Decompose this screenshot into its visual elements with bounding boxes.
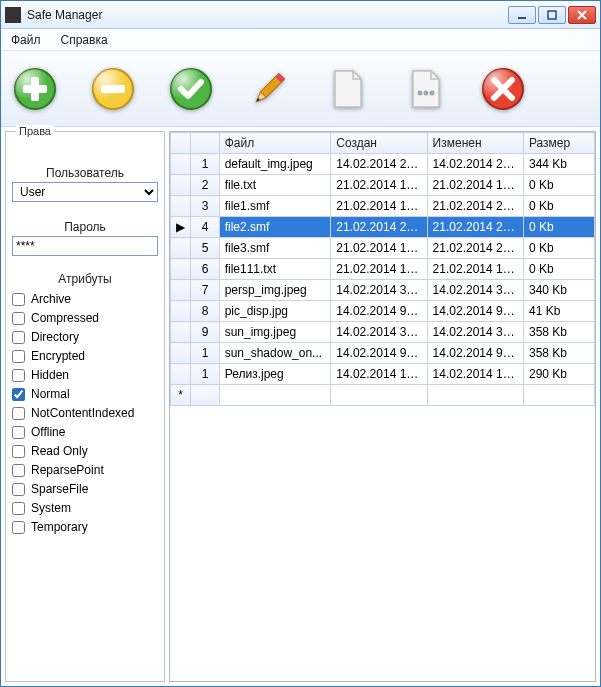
grid-header-modified[interactable]: Изменен [427, 133, 523, 154]
attr-checkbox[interactable] [12, 369, 25, 382]
cell-file[interactable]: file.txt [219, 175, 331, 196]
attr-directory[interactable]: Directory [12, 330, 158, 344]
attr-checkbox[interactable] [12, 502, 25, 515]
new-row[interactable]: * [171, 385, 595, 406]
attr-checkbox[interactable] [12, 331, 25, 344]
cell-empty[interactable] [331, 385, 427, 406]
cell-file[interactable]: sun_img.jpeg [219, 322, 331, 343]
user-select[interactable]: User [12, 182, 158, 202]
file-grid[interactable]: Файл Создан Изменен Размер 1default_img.… [169, 131, 596, 682]
menu-help[interactable]: Справка [57, 31, 112, 49]
table-row[interactable]: 9sun_img.jpeg14.02.2014 3:21:...14.02.20… [171, 322, 595, 343]
attr-checkbox[interactable] [12, 388, 25, 401]
attr-offline[interactable]: Offline [12, 425, 158, 439]
attr-checkbox[interactable] [12, 464, 25, 477]
password-input[interactable] [12, 236, 158, 256]
grid-header-created[interactable]: Создан [331, 133, 427, 154]
cell-size[interactable]: 41 Kb [523, 301, 594, 322]
cell-created[interactable]: 14.02.2014 9:43:... [331, 343, 427, 364]
cell-modified[interactable]: 21.02.2014 21:4... [427, 196, 523, 217]
cell-file[interactable]: pic_disp.jpg [219, 301, 331, 322]
cell-modified[interactable]: 14.02.2014 3:10:... [427, 280, 523, 301]
attr-normal[interactable]: Normal [12, 387, 158, 401]
cell-file[interactable]: default_img.jpeg [219, 154, 331, 175]
confirm-button[interactable] [165, 63, 217, 115]
table-row[interactable]: 1Релиз.jpeg14.02.2014 12:5...14.02.2014 … [171, 364, 595, 385]
cell-size[interactable]: 358 Kb [523, 322, 594, 343]
table-row[interactable]: 2file.txt21.02.2014 17:2...21.02.2014 17… [171, 175, 595, 196]
cell-modified[interactable]: 14.02.2014 9:29:... [427, 301, 523, 322]
attr-encrypted[interactable]: Encrypted [12, 349, 158, 363]
grid-header-size[interactable]: Размер [523, 133, 594, 154]
table-row[interactable]: 1default_img.jpeg14.02.2014 2:54:...14.0… [171, 154, 595, 175]
cell-modified[interactable]: 14.02.2014 9:43:... [427, 343, 523, 364]
cell-file[interactable]: persp_img.jpeg [219, 280, 331, 301]
cell-created[interactable]: 14.02.2014 9:30:... [331, 301, 427, 322]
table-row[interactable]: 6file111.txt21.02.2014 17:2...21.02.2014… [171, 259, 595, 280]
cell-file[interactable]: file3.smf [219, 238, 331, 259]
cancel-button[interactable] [477, 63, 529, 115]
menu-file[interactable]: Файл [7, 31, 45, 49]
add-button[interactable] [9, 63, 61, 115]
table-row[interactable]: 5file3.smf21.02.2014 17:5...21.02.2014 2… [171, 238, 595, 259]
attr-checkbox[interactable] [12, 521, 25, 534]
table-row[interactable]: 8pic_disp.jpg14.02.2014 9:30:...14.02.20… [171, 301, 595, 322]
cell-created[interactable]: 14.02.2014 12:5... [331, 364, 427, 385]
attr-checkbox[interactable] [12, 426, 25, 439]
cell-size[interactable]: 0 Kb [523, 238, 594, 259]
cell-modified[interactable]: 14.02.2014 3:21:... [427, 322, 523, 343]
cell-file[interactable]: file2.smf [219, 217, 331, 238]
cell-created[interactable]: 14.02.2014 3:10:... [331, 280, 427, 301]
remove-button[interactable] [87, 63, 139, 115]
cell-created[interactable]: 21.02.2014 17:5... [331, 238, 427, 259]
cell-empty[interactable] [219, 385, 331, 406]
grid-header-indicator[interactable] [171, 133, 191, 154]
new-file-button[interactable] [321, 63, 373, 115]
cell-created[interactable]: 21.02.2014 17:2... [331, 196, 427, 217]
attr-system[interactable]: System [12, 501, 158, 515]
attr-sparsefile[interactable]: SparseFile [12, 482, 158, 496]
cell-size[interactable]: 0 Kb [523, 259, 594, 280]
attr-temporary[interactable]: Temporary [12, 520, 158, 534]
cell-modified[interactable]: 21.02.2014 17:2... [427, 175, 523, 196]
cell-file[interactable]: file1.smf [219, 196, 331, 217]
table-row[interactable]: ▶4file2.smf21.02.2014 22:5...21.02.2014 … [171, 217, 595, 238]
cell-modified[interactable]: 21.02.2014 17:2... [427, 259, 523, 280]
attr-notcontentindexed[interactable]: NotContentIndexed [12, 406, 158, 420]
cell-empty[interactable] [523, 385, 594, 406]
cell-created[interactable]: 21.02.2014 17:2... [331, 175, 427, 196]
maximize-button[interactable] [538, 6, 566, 24]
cell-modified[interactable]: 14.02.2014 2:54:... [427, 154, 523, 175]
cell-created[interactable]: 14.02.2014 2:54:... [331, 154, 427, 175]
cell-created[interactable]: 21.02.2014 17:2... [331, 259, 427, 280]
attr-checkbox[interactable] [12, 407, 25, 420]
file-options-button[interactable] [399, 63, 451, 115]
cell-modified[interactable]: 21.02.2014 22:5... [427, 217, 523, 238]
attr-read only[interactable]: Read Only [12, 444, 158, 458]
table-row[interactable]: 3file1.smf21.02.2014 17:2...21.02.2014 2… [171, 196, 595, 217]
cell-size[interactable]: 0 Kb [523, 175, 594, 196]
attr-checkbox[interactable] [12, 483, 25, 496]
cell-empty[interactable] [427, 385, 523, 406]
attr-checkbox[interactable] [12, 350, 25, 363]
table-row[interactable]: 7persp_img.jpeg14.02.2014 3:10:...14.02.… [171, 280, 595, 301]
cell-created[interactable]: 21.02.2014 22:5... [331, 217, 427, 238]
cell-size[interactable]: 0 Kb [523, 217, 594, 238]
cell-size[interactable]: 344 Kb [523, 154, 594, 175]
attr-reparsepoint[interactable]: ReparsePoint [12, 463, 158, 477]
cell-modified[interactable]: 21.02.2014 23:0... [427, 238, 523, 259]
grid-header-file[interactable]: Файл [219, 133, 331, 154]
cell-file[interactable]: Релиз.jpeg [219, 364, 331, 385]
minimize-button[interactable] [508, 6, 536, 24]
attr-compressed[interactable]: Compressed [12, 311, 158, 325]
attr-checkbox[interactable] [12, 312, 25, 325]
attr-hidden[interactable]: Hidden [12, 368, 158, 382]
attr-checkbox[interactable] [12, 445, 25, 458]
cell-modified[interactable]: 14.02.2014 12:5... [427, 364, 523, 385]
cell-size[interactable]: 358 Kb [523, 343, 594, 364]
attr-archive[interactable]: Archive [12, 292, 158, 306]
cell-size[interactable]: 290 Kb [523, 364, 594, 385]
close-button[interactable] [568, 6, 596, 24]
cell-size[interactable]: 340 Kb [523, 280, 594, 301]
cell-file[interactable]: file111.txt [219, 259, 331, 280]
